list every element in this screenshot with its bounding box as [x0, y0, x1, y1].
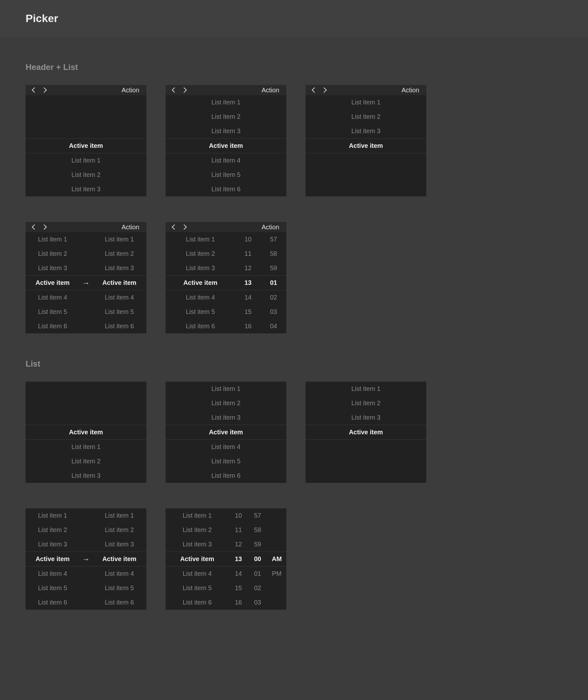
- hour-item[interactable]: 16: [235, 319, 261, 333]
- list-item[interactable]: List item 5: [165, 305, 235, 319]
- list-item[interactable]: List item 3: [26, 468, 146, 483]
- list-item[interactable]: List item 1: [306, 95, 426, 110]
- list-item-active[interactable]: Active item: [165, 552, 229, 566]
- list-item[interactable]: List item 4: [165, 440, 286, 454]
- minute-item[interactable]: 57: [261, 232, 286, 247]
- list-item[interactable]: List item 6: [26, 595, 80, 610]
- chevron-left-icon[interactable]: [172, 87, 177, 93]
- list-item-active[interactable]: Active item: [165, 276, 235, 290]
- chevron-right-icon[interactable]: [42, 224, 47, 230]
- list-item[interactable]: List item 6: [92, 595, 146, 610]
- minute-item[interactable]: 59: [261, 261, 286, 275]
- minute-item[interactable]: 58: [248, 523, 267, 537]
- list-item[interactable]: List item 1: [92, 232, 146, 247]
- list-item[interactable]: List item 5: [165, 454, 286, 468]
- list-item-active[interactable]: Active item: [92, 276, 146, 290]
- minute-item[interactable]: 01: [248, 567, 267, 581]
- list-item[interactable]: List item 1: [92, 508, 146, 523]
- list-item[interactable]: List item 6: [165, 182, 286, 196]
- chevron-left-icon[interactable]: [32, 224, 37, 230]
- chevron-right-icon[interactable]: [181, 87, 187, 93]
- list-item-active[interactable]: Active item: [26, 139, 146, 153]
- hour-item[interactable]: 14: [235, 290, 261, 305]
- list-item[interactable]: List item 3: [165, 410, 286, 425]
- list-item[interactable]: List item 2: [306, 396, 426, 410]
- header-action[interactable]: Action: [401, 87, 419, 94]
- hour-item-active[interactable]: 13: [235, 276, 261, 290]
- header-action[interactable]: Action: [121, 224, 139, 231]
- list-item[interactable]: List item 1: [26, 153, 146, 168]
- list-item-active[interactable]: Active item: [92, 552, 146, 566]
- list-item[interactable]: List item 6: [92, 319, 146, 333]
- hour-item[interactable]: 10: [235, 232, 261, 247]
- list-item[interactable]: List item 2: [92, 247, 146, 261]
- list-item[interactable]: List item 5: [26, 305, 80, 319]
- list-item[interactable]: List item 4: [26, 290, 80, 305]
- list-item-active[interactable]: Active item: [26, 552, 80, 566]
- chevron-right-icon[interactable]: [42, 87, 47, 93]
- header-action[interactable]: Action: [261, 87, 279, 94]
- minute-item[interactable]: 04: [261, 319, 286, 333]
- minute-item[interactable]: 03: [248, 595, 267, 610]
- list-item-active[interactable]: Active item: [306, 425, 426, 439]
- list-item[interactable]: List item 2: [26, 454, 146, 468]
- list-item[interactable]: List item 2: [165, 247, 235, 261]
- minute-item-active[interactable]: 01: [261, 276, 286, 290]
- hour-item[interactable]: 12: [229, 537, 248, 552]
- list-item[interactable]: List item 4: [165, 290, 235, 305]
- list-item[interactable]: List item 5: [92, 581, 146, 595]
- list-item[interactable]: List item 3: [92, 537, 146, 552]
- list-item[interactable]: List item 4: [165, 567, 229, 581]
- ampm-item[interactable]: [267, 581, 286, 595]
- list-item[interactable]: List item 3: [26, 261, 80, 275]
- list-item[interactable]: List item 2: [26, 523, 80, 537]
- list-item[interactable]: List item 2: [165, 523, 229, 537]
- list-item[interactable]: List item 1: [26, 508, 80, 523]
- hour-item[interactable]: 10: [229, 508, 248, 523]
- list-item[interactable]: List item 3: [26, 182, 146, 196]
- list-item-active[interactable]: Active item: [26, 425, 146, 439]
- list-item[interactable]: List item 6: [165, 595, 229, 610]
- hour-item-active[interactable]: 13: [229, 552, 248, 566]
- list-item[interactable]: List item 6: [26, 319, 80, 333]
- hour-item[interactable]: 15: [229, 581, 248, 595]
- list-item[interactable]: List item 4: [92, 290, 146, 305]
- chevron-left-icon[interactable]: [172, 224, 177, 230]
- list-item-active[interactable]: Active item: [165, 139, 286, 153]
- hour-item[interactable]: 14: [229, 567, 248, 581]
- list-item[interactable]: List item 5: [165, 168, 286, 182]
- list-item[interactable]: List item 4: [26, 567, 80, 581]
- list-item[interactable]: List item 3: [165, 124, 286, 138]
- list-item[interactable]: List item 3: [165, 537, 229, 552]
- ampm-item[interactable]: [267, 595, 286, 610]
- list-item[interactable]: List item 3: [92, 261, 146, 275]
- list-item[interactable]: List item 2: [26, 168, 146, 182]
- list-item[interactable]: List item 2: [165, 396, 286, 410]
- minute-item[interactable]: 03: [261, 305, 286, 319]
- list-item[interactable]: List item 3: [165, 261, 235, 275]
- list-item[interactable]: List item 1: [165, 508, 229, 523]
- list-item[interactable]: List item 2: [26, 247, 80, 261]
- minute-item[interactable]: 59: [248, 537, 267, 552]
- hour-item[interactable]: 15: [235, 305, 261, 319]
- list-item-active[interactable]: Active item: [306, 139, 426, 153]
- chevron-right-icon[interactable]: [181, 224, 187, 230]
- hour-item[interactable]: 12: [235, 261, 261, 275]
- ampm-item[interactable]: PM: [267, 567, 286, 581]
- list-item[interactable]: List item 4: [92, 567, 146, 581]
- list-item[interactable]: List item 1: [306, 382, 426, 396]
- header-action[interactable]: Action: [121, 87, 139, 94]
- list-item[interactable]: List item 1: [165, 95, 286, 110]
- list-item[interactable]: List item 3: [26, 537, 80, 552]
- ampm-item-active[interactable]: AM: [267, 552, 286, 566]
- list-item[interactable]: List item 5: [26, 581, 80, 595]
- list-item[interactable]: List item 3: [306, 410, 426, 425]
- list-item[interactable]: List item 4: [165, 153, 286, 168]
- list-item[interactable]: List item 1: [26, 440, 146, 454]
- list-item-active[interactable]: Active item: [165, 425, 286, 439]
- header-action[interactable]: Action: [261, 224, 279, 231]
- list-item[interactable]: List item 1: [165, 232, 235, 247]
- ampm-item[interactable]: [267, 508, 286, 523]
- list-item[interactable]: List item 5: [92, 305, 146, 319]
- minute-item[interactable]: 58: [261, 247, 286, 261]
